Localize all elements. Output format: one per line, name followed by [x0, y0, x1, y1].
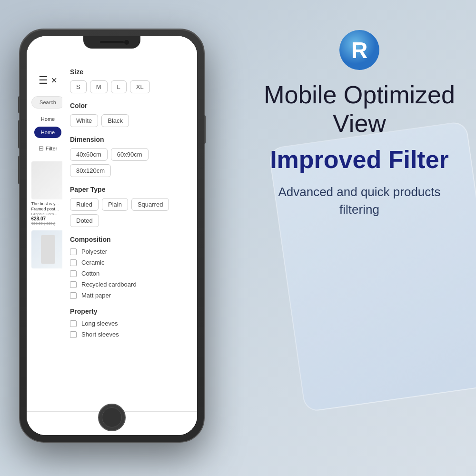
filter-chip-60x90[interactable]: 60x90cm [111, 148, 149, 161]
headline: Mobile Optimized View [257, 81, 462, 138]
phone-body: ☰ × Search Home Home ⊟ Filter The best i… [19, 29, 205, 443]
filter-size-chips: S M L XL [70, 80, 189, 93]
svg-text:R: R [351, 38, 368, 63]
phone-mute-button [18, 96, 20, 113]
description: Advanced and quick products filtering [257, 183, 462, 218]
phone-volume-down-button [18, 156, 20, 184]
filter-section-paper-type: Paper Type Ruled Plain Squarred Doted [70, 186, 189, 227]
filter-paper-type-chips: Ruled Plain Squarred Doted [70, 198, 189, 227]
filter-row[interactable]: ⊟ Filter [39, 145, 57, 152]
product-title-small: The best is y...Framed post... [31, 201, 65, 212]
filter-section-composition: Composition Polyester Ceramic Cotton [70, 236, 189, 299]
filter-chip-squarred[interactable]: Squarred [131, 198, 169, 211]
label-cotton: Cotton [81, 270, 99, 277]
label-long-sleeves: Long sleeves [81, 320, 118, 327]
filter-dimension-chips: 40x60cm 60x90cm 80x120cm [70, 148, 189, 177]
filter-section-color: Color White Black [70, 102, 189, 127]
filter-checkbox-recycled-cardboard[interactable]: Recycled cardboard [70, 281, 189, 288]
checkbox-recycled-cardboard[interactable] [70, 281, 77, 288]
menu-icon[interactable]: ☰ × [39, 74, 57, 87]
label-ceramic: Ceramic [81, 259, 104, 266]
phone-notch [83, 36, 140, 49]
filter-checkbox-cotton[interactable]: Cotton [70, 270, 189, 277]
phone-volume-up-button [18, 120, 20, 149]
filter-chip-black[interactable]: Black [101, 114, 129, 127]
search-button[interactable]: Search [31, 96, 65, 109]
filter-label: Filter [46, 146, 57, 151]
home-button[interactable]: Home [34, 127, 61, 138]
checkbox-polyester[interactable] [70, 248, 77, 255]
phone-speaker [100, 41, 124, 43]
filter-section-property: Property Long sleeves Short sleeves [70, 307, 189, 338]
filter-chip-80x120[interactable]: 80x120cm [70, 164, 111, 177]
filter-section-dimension: Dimension 40x60cm 60x90cm 80x120cm [70, 136, 189, 177]
label-recycled-cardboard: Recycled cardboard [81, 281, 137, 288]
right-panel: R Mobile Optimized View Improved Filter … [257, 29, 462, 218]
label-matt-paper: Matt paper [81, 292, 111, 299]
product-card-small: The best is y...Framed post... Graphic C… [31, 161, 65, 226]
phone-home-button-inner [102, 407, 122, 427]
phone-camera [124, 40, 129, 45]
filter-paper-type-title: Paper Type [70, 186, 189, 193]
filter-dimension-title: Dimension [70, 136, 189, 143]
label-short-sleeves: Short sleeves [81, 331, 119, 338]
phone-screen: ☰ × Search Home Home ⊟ Filter The best i… [27, 36, 197, 435]
checkbox-ceramic[interactable] [70, 259, 77, 266]
product-brand-small: Graphic Corn... [31, 212, 65, 216]
filter-chip-m[interactable]: M [90, 80, 108, 93]
logo: R [338, 29, 381, 71]
app-screen: ☰ × Search Home Home ⊟ Filter The best i… [27, 36, 197, 435]
subheadline: Improved Filter [257, 146, 462, 174]
filter-checkbox-short-sleeves[interactable]: Short sleeves [70, 331, 189, 338]
checkbox-matt-paper[interactable] [70, 292, 77, 299]
home-label: Home [41, 116, 55, 122]
filters-panel: Filters × Size S M L XL [62, 36, 197, 435]
filter-chip-s[interactable]: S [70, 80, 87, 93]
filter-chip-xl[interactable]: XL [130, 80, 150, 93]
product-price-old-small: €35.09 (-20%) [31, 221, 65, 226]
phone: ☰ × Search Home Home ⊟ Filter The best i… [19, 29, 205, 443]
filter-color-chips: White Black [70, 114, 189, 127]
filter-checkbox-ceramic[interactable]: Ceramic [70, 259, 189, 266]
product-card-small-2 [31, 230, 65, 268]
product-price-small: €28.07 [31, 216, 65, 221]
filter-chip-white[interactable]: White [70, 114, 98, 127]
filter-property-title: Property [70, 307, 189, 315]
filter-chip-plain[interactable]: Plain [102, 198, 128, 211]
filter-icon: ⊟ [39, 145, 44, 152]
filter-section-size: Size S M L XL [70, 68, 189, 93]
phone-power-button [204, 115, 206, 144]
filter-checkbox-polyester[interactable]: Polyester [70, 248, 189, 255]
filter-chip-40x60[interactable]: 40x60cm [70, 148, 108, 161]
phone-home-button[interactable] [98, 404, 126, 431]
filter-color-title: Color [70, 102, 189, 109]
filter-chip-doted[interactable]: Doted [70, 214, 99, 227]
filter-checkbox-long-sleeves[interactable]: Long sleeves [70, 320, 189, 327]
filter-chip-l[interactable]: L [111, 80, 127, 93]
filter-checkbox-matt-paper[interactable]: Matt paper [70, 292, 189, 299]
checkbox-short-sleeves[interactable] [70, 331, 77, 338]
filter-chip-ruled[interactable]: Ruled [70, 198, 99, 211]
label-polyester: Polyester [81, 248, 107, 255]
checkbox-long-sleeves[interactable] [70, 320, 77, 327]
filter-size-title: Size [70, 68, 189, 76]
checkbox-cotton[interactable] [70, 270, 77, 277]
filter-composition-title: Composition [70, 236, 189, 243]
